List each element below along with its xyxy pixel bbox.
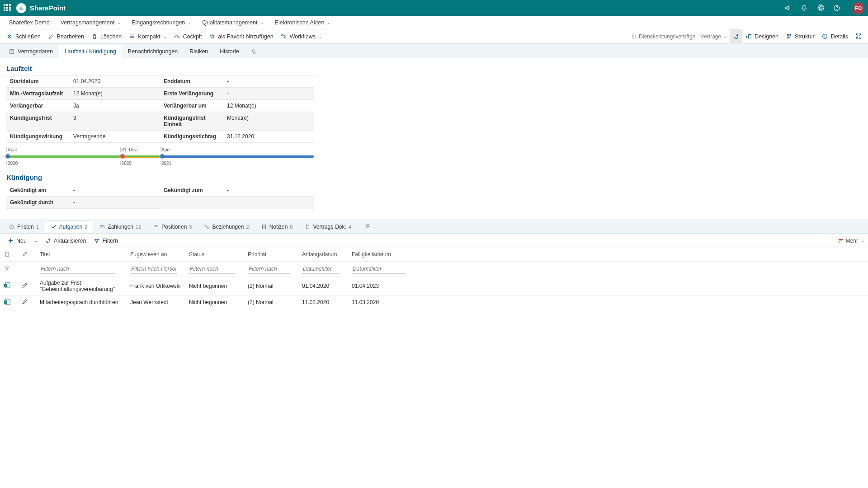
tab-link[interactable]	[245, 45, 263, 58]
help-icon[interactable]	[833, 4, 841, 12]
col-prio[interactable]: Priorität	[244, 248, 298, 261]
filter-prio[interactable]	[248, 264, 290, 274]
chevron-down-icon: ⌄	[723, 34, 726, 39]
field-value: -	[223, 75, 314, 88]
chevron-down-icon: ⌄	[34, 238, 38, 243]
field-label: Startdatum	[6, 75, 70, 88]
gear-icon[interactable]	[816, 4, 825, 12]
label: Struktur	[795, 33, 815, 40]
edit-row-icon[interactable]	[22, 299, 28, 305]
tasks-table: Titel Zugewiesen an Status Priorität Anf…	[0, 248, 868, 310]
nav-shareflex-demo[interactable]: Shareflex Demo	[5, 16, 54, 29]
table-row[interactable]: S Mitarbeitergespräch durchführen Jean W…	[0, 295, 868, 310]
context-breadcrumb[interactable]: Dienstleistungsverträge·Verträge⌄	[627, 33, 730, 40]
nav-label: Vertragsmanagement	[61, 19, 115, 26]
nav-eingangsrechnungen[interactable]: Eingangsrechnungen⌄	[127, 16, 196, 29]
filter-button[interactable]: Filtern	[90, 238, 122, 244]
chevron-down-icon: ⌄	[260, 20, 264, 25]
timeline-label: 2021	[160, 161, 171, 165]
refresh-button[interactable]: Aktualisieren	[41, 238, 90, 244]
tab-risiken[interactable]: Risiken	[184, 45, 214, 58]
nav-vertragsmanagement[interactable]: Vertragsmanagement⌄	[56, 16, 126, 29]
col-titel[interactable]: Titel	[36, 248, 127, 261]
chevron-down-icon: ⌄	[188, 20, 191, 25]
field-value: Ja	[70, 100, 160, 112]
new-dropdown[interactable]: ⌄	[30, 238, 41, 243]
tab-vertragsdaten[interactable]: Vertragsdaten	[3, 45, 59, 58]
megaphone-icon[interactable]	[784, 4, 792, 12]
field-value: 3	[70, 112, 160, 131]
filter-status[interactable]	[189, 264, 236, 274]
expand-button[interactable]	[852, 29, 865, 44]
tab-positionen[interactable]: Positionen3	[147, 220, 198, 233]
filter-titel[interactable]	[40, 264, 115, 274]
edit-button[interactable]: Bearbeiten	[44, 29, 88, 44]
cell-status: Nicht begonnen	[185, 277, 244, 295]
section-kuendigung-title: Kündigung	[6, 174, 862, 181]
cell-prio: (2) Normal	[244, 277, 298, 295]
tab-count: 4	[349, 224, 351, 230]
new-button[interactable]: Neu	[4, 238, 30, 244]
chevron-down-icon: ⌄	[327, 20, 330, 25]
tab-historie[interactable]: Historie	[214, 45, 245, 58]
star-icon	[209, 33, 215, 40]
edit-row-icon[interactable]	[22, 282, 28, 289]
design-button[interactable]: Designen	[742, 29, 782, 44]
field-label: Gekündigt am	[6, 184, 70, 197]
tab-vertragsdok[interactable]: Vertrags-Dok.4	[298, 220, 357, 233]
field-value: -	[70, 197, 160, 209]
tab-notizen[interactable]: Notizen0	[255, 220, 299, 233]
field-value: Monat(e)	[223, 112, 314, 131]
tab-label: Benachrichtigungen	[128, 48, 178, 55]
bell-icon[interactable]	[800, 4, 808, 12]
compact-button[interactable]: Kompakt⌄	[125, 29, 170, 44]
col-status[interactable]: Status	[185, 248, 244, 261]
design-icon	[745, 33, 752, 40]
delete-button[interactable]: Löschen	[88, 29, 125, 44]
col-start[interactable]: Anfangsdatum	[298, 248, 348, 261]
favorite-button[interactable]: als Favorit hinzufügen	[205, 29, 277, 44]
more-button[interactable]: Mehr⌄	[839, 238, 864, 244]
tab-label: Historie	[220, 48, 239, 55]
nav-qualitaetsmanagement[interactable]: Qualitätsmanagement⌄	[198, 16, 268, 29]
table-row[interactable]: S Aufgabe zur Frist "Geheimhaltungsverei…	[0, 277, 868, 295]
workflows-button[interactable]: Workflows⌄	[277, 29, 326, 44]
app-launcher-icon[interactable]	[4, 4, 12, 12]
filter-start[interactable]	[302, 264, 340, 274]
tab-benachrichtigungen[interactable]: Benachrichtigungen	[122, 45, 184, 58]
avatar[interactable]: FO	[853, 2, 864, 14]
cell-assigned: Frank von Orlikowski	[127, 277, 185, 295]
field-label: Kündigungsfrist	[6, 112, 70, 131]
cell-prio: (2) Normal	[244, 295, 298, 310]
expand-down-button[interactable]	[360, 219, 375, 233]
svg-text:S: S	[5, 284, 6, 287]
refresh-icon	[45, 238, 51, 244]
close-button[interactable]: Schließen	[3, 29, 44, 44]
filter-person[interactable]	[130, 264, 177, 274]
pencil-icon	[48, 33, 54, 40]
tab-fristen[interactable]: Fristen1	[3, 220, 45, 233]
refresh-button[interactable]	[730, 29, 742, 44]
structure-button[interactable]: Struktur	[782, 29, 818, 44]
field-value: Vertragsende	[70, 131, 160, 143]
filter-due[interactable]	[352, 264, 406, 274]
filter-row-icon[interactable]	[4, 265, 10, 272]
tab-label: Positionen	[161, 224, 187, 230]
cell-title: Mitarbeitergespräch durchführen	[36, 295, 127, 310]
tab-label: Risiken	[189, 48, 208, 55]
col-due[interactable]: Fälligkeitsdatum	[348, 248, 868, 261]
field-label: Gekündigt durch	[6, 197, 70, 209]
label: Schließen	[15, 33, 41, 40]
tab-label: Vertrags-Dok.	[313, 224, 346, 230]
cockpit-button[interactable]: Cockpit	[170, 29, 206, 44]
brand-title: SharePoint	[30, 4, 66, 12]
col-zugewiesen[interactable]: Zugewiesen an	[127, 248, 185, 261]
nav-elektronische-akten[interactable]: Elektronische Akten⌄	[270, 16, 335, 29]
gauge-icon	[174, 33, 180, 40]
tab-zahlungen[interactable]: Zahlungen12	[93, 220, 147, 233]
tab-laufzeit[interactable]: Laufzeit / Kündigung	[59, 45, 122, 58]
tab-beziehungen[interactable]: Beziehungen2	[198, 220, 255, 233]
tab-aufgaben[interactable]: Aufgaben2	[45, 220, 94, 233]
tab-label: Notizen	[269, 224, 288, 230]
details-button[interactable]: Details	[818, 29, 852, 44]
